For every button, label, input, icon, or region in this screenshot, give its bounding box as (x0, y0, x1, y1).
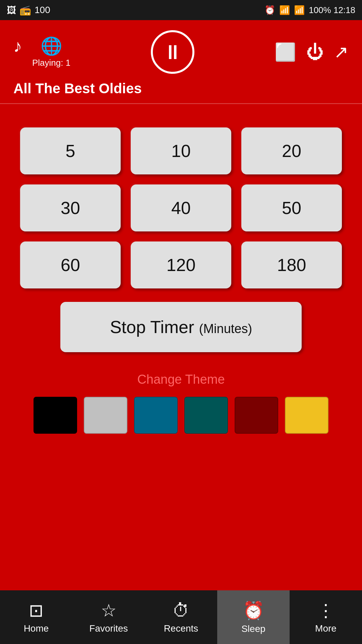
recents-icon: ⏱ (172, 600, 190, 621)
timer-120[interactable]: 120 (131, 241, 231, 288)
change-theme-label: Change Theme (137, 372, 225, 387)
alarm-icon: ⏰ (264, 5, 275, 15)
theme-red[interactable] (235, 397, 278, 434)
nav-favorites[interactable]: ☆ Favorites (72, 590, 145, 644)
theme-black[interactable] (34, 397, 77, 434)
nav-sleep-label: Sleep (241, 624, 265, 634)
header-controls: ♪ 🌐 Playing: 1 ⏸ ⬜ ⏻ ↗ (13, 30, 349, 74)
timer-30[interactable]: 30 (20, 184, 121, 231)
music-icon[interactable]: ♪ (13, 36, 22, 56)
timer-5[interactable]: 5 (20, 127, 121, 174)
photo-icon: 🖼 (7, 5, 16, 16)
share-icon[interactable]: ↗ (334, 42, 349, 62)
stop-icon[interactable]: ⬜ (275, 42, 296, 62)
stop-timer-main-label: Stop Timer (110, 317, 194, 337)
station-title: All The Best Oldies (13, 80, 349, 97)
pause-button[interactable]: ⏸ (151, 30, 194, 74)
nav-home-label: Home (24, 623, 49, 634)
battery-text: 100% 12:18 (309, 5, 355, 15)
favorites-icon: ☆ (101, 600, 117, 621)
nav-recents[interactable]: ⏱ Recents (145, 590, 217, 644)
theme-yellow[interactable] (285, 397, 328, 434)
timer-180[interactable]: 180 (241, 241, 342, 288)
timer-grid: 5 10 20 30 40 50 60 120 180 (20, 127, 342, 288)
globe-group: 🌐 Playing: 1 (32, 36, 70, 68)
nav-more[interactable]: ⋮ More (290, 590, 362, 644)
divider (0, 103, 362, 104)
sleep-icon: ⏰ (243, 600, 264, 621)
theme-blue[interactable] (134, 397, 178, 434)
status-bar-right: ⏰ 📶 📶 100% 12:18 (264, 5, 355, 15)
pause-icon: ⏸ (163, 41, 183, 64)
timer-60[interactable]: 60 (20, 241, 121, 288)
timer-50[interactable]: 50 (241, 184, 342, 231)
theme-gray[interactable] (84, 397, 127, 434)
stop-timer-button[interactable]: Stop Timer (Minutes) (60, 302, 302, 352)
playing-label: Playing: 1 (32, 58, 70, 68)
main-content: 5 10 20 30 40 50 60 120 180 Stop Timer (… (0, 107, 362, 590)
status-bar-left: 🖼 📻 100 (7, 5, 50, 16)
app-header: ♪ 🌐 Playing: 1 ⏸ ⬜ ⏻ ↗ All The Best Oldi… (0, 20, 362, 103)
header-left: ♪ 🌐 Playing: 1 (13, 36, 70, 68)
more-icon: ⋮ (317, 600, 335, 621)
globe-icon[interactable]: 🌐 (41, 36, 62, 56)
signal-icon: 📶 (294, 5, 305, 15)
bottom-nav: ⊡ Home ☆ Favorites ⏱ Recents ⏰ Sleep ⋮ M… (0, 590, 362, 644)
nav-favorites-label: Favorites (89, 623, 128, 634)
theme-teal[interactable] (184, 397, 228, 434)
wifi-icon: 📶 (279, 5, 290, 15)
theme-colors (34, 397, 328, 434)
power-icon[interactable]: ⏻ (306, 42, 324, 62)
nav-sleep[interactable]: ⏰ Sleep (217, 590, 290, 644)
nav-more-label: More (315, 623, 337, 634)
radio-icon: 📻 (19, 5, 31, 16)
timer-10[interactable]: 10 (131, 127, 231, 174)
header-right: ⬜ ⏻ ↗ (275, 42, 349, 62)
stop-timer-sub-label: (Minutes) (199, 322, 252, 336)
signal-number: 100 (35, 5, 50, 15)
timer-40[interactable]: 40 (131, 184, 231, 231)
timer-20[interactable]: 20 (241, 127, 342, 174)
status-bar: 🖼 📻 100 ⏰ 📶 📶 100% 12:18 (0, 0, 362, 20)
nav-home[interactable]: ⊡ Home (0, 590, 72, 644)
nav-recents-label: Recents (164, 623, 198, 634)
home-icon: ⊡ (29, 600, 44, 621)
